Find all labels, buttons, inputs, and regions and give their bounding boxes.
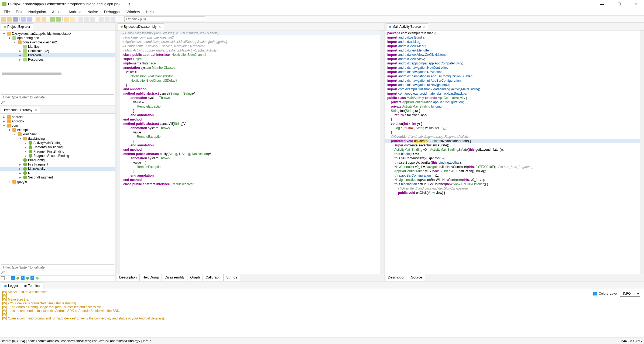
tree-xueshan2[interactable]: ▾xueshan2 <box>0 132 115 136</box>
disasm-bottom-tabs: Description Hex Dump Disassembly Graph C… <box>117 274 384 281</box>
opt-dot-1 <box>16 277 19 280</box>
tb-debug-icon[interactable] <box>56 17 61 22</box>
btab-desc[interactable]: Description <box>117 274 140 281</box>
tab-terminal[interactable]: ▣Terminal <box>21 283 43 289</box>
opt-cb-1[interactable] <box>1 276 5 280</box>
hscroll-thumb[interactable] <box>2 73 61 75</box>
colors-checkbox[interactable]: ✓ <box>593 292 597 295</box>
bytecode-hierarchy-pane: Bytecode/Hierarchy ✕ ▸android ▸androidx … <box>0 105 115 281</box>
tb-play-icon[interactable] <box>50 17 55 22</box>
source-view[interactable]: package com.example.xueshan2;import andr… <box>385 30 640 274</box>
tree-android[interactable]: ▸android <box>0 115 115 119</box>
tree-buildconfig[interactable]: BuildConfig <box>0 158 115 162</box>
close-icon[interactable]: ✕ <box>35 108 37 112</box>
close-icon[interactable]: ✕ <box>159 25 161 29</box>
menu-window[interactable]: Window <box>124 9 143 15</box>
tree-cert[interactable]: ▸Certificate (v2) <box>0 49 115 53</box>
menu-edit[interactable]: Edit <box>13 9 25 15</box>
menu-file[interactable]: File <box>1 9 13 15</box>
btab-graph[interactable]: Graph <box>187 274 203 281</box>
tab-logger[interactable]: ▣Logger <box>1 283 21 289</box>
hierarchy-filter-input[interactable] <box>1 264 114 270</box>
tree-databinding[interactable]: ▾databinding <box>0 136 115 141</box>
level-select[interactable]: INFO <box>620 291 640 297</box>
logger-body[interactable]: [W] No Android device detected![W][W] Ma… <box>0 289 644 338</box>
tree-amb[interactable]: ▸ActivityMainBinding <box>0 141 115 145</box>
tree-root[interactable]: ▾D:\sky\xueshan2\app\build\intermediates… <box>0 32 115 36</box>
menu-action[interactable]: Action <box>49 9 65 15</box>
tree-r[interactable]: ▸R <box>0 171 115 175</box>
tab-source[interactable]: MainActivity/Source ✕ <box>386 23 428 30</box>
menu-native[interactable]: Native <box>85 9 101 15</box>
tree-manifest[interactable]: Manifest <box>0 44 115 49</box>
opt-cb-2[interactable] <box>11 276 15 280</box>
tb-nav2-icon[interactable] <box>42 17 46 22</box>
tree-mainactivity[interactable]: ▸MainActivity <box>0 167 115 171</box>
src-bottom-tabs: Description Source <box>385 274 644 281</box>
tree-firstfrag[interactable]: ▸FirstFragment <box>0 162 115 167</box>
btab-str[interactable]: Strings <box>224 274 240 281</box>
tab-bytecode-hierarchy[interactable]: Bytecode/Hierarchy ✕ <box>1 107 40 113</box>
tb-new-icon[interactable] <box>1 17 6 22</box>
tb-x2-icon[interactable] <box>84 17 89 22</box>
opt-cb-4[interactable] <box>30 276 34 280</box>
main-area: Project Explorer ▾D:\sky\xueshan2\app\bu… <box>0 23 644 281</box>
btab-desc[interactable]: Description <box>385 274 408 281</box>
explorer-filter-input[interactable] <box>1 94 114 100</box>
tb-note-icon[interactable] <box>70 17 75 22</box>
hierarchy-options: ⋯ <box>0 275 115 281</box>
tb-open-icon[interactable] <box>7 17 12 22</box>
tab-disassembly[interactable]: Bytecode/Disassembly ✕ <box>118 23 164 30</box>
vscroll[interactable] <box>380 30 384 274</box>
btab-hex[interactable]: Hex Dump <box>140 274 162 281</box>
hierarchy-tree[interactable]: ▸android ▸androidx ▾com ▾example ▾xuesha… <box>0 114 115 263</box>
tree-androidx[interactable]: ▸androidx <box>0 119 115 123</box>
toolbar <box>0 16 644 23</box>
maximize-button[interactable]: ☐ <box>614 1 625 7</box>
tb-x1-icon[interactable] <box>78 17 83 22</box>
menu-debugger[interactable]: Debugger <box>101 9 124 15</box>
project-explorer-tree[interactable]: ▾D:\sky\xueshan2\app\build\intermediates… <box>0 30 115 93</box>
tb-nav-icon[interactable] <box>36 17 40 22</box>
tb-fwd-icon[interactable] <box>27 17 32 22</box>
tree-apk[interactable]: ▾app-debug.apk <box>0 36 115 40</box>
vscroll[interactable] <box>640 30 644 274</box>
tb-x4-icon[interactable] <box>99 17 104 22</box>
tab-label: MainActivity/Source <box>392 25 421 29</box>
btab-cg[interactable]: Callgraph <box>203 274 224 281</box>
menu-navigation[interactable]: Navigation <box>26 9 49 15</box>
minimize-button[interactable]: — <box>597 1 607 7</box>
menu-android[interactable]: Android <box>66 9 84 15</box>
tb-edit-icon[interactable] <box>64 17 69 22</box>
status-left: coord: (0,30,24) | addr: Lcom/example/xu… <box>2 339 151 343</box>
colors-label: Colors <box>599 292 608 295</box>
tree-pkg[interactable]: ▾com.example.xueshan2 <box>0 40 115 44</box>
tree-google[interactable]: ▸google <box>0 180 115 184</box>
tree-com[interactable]: ▾com <box>0 123 115 128</box>
tab-project-explorer[interactable]: Project Explorer <box>1 23 33 30</box>
tree-ffb[interactable]: ▸FragmentFirstBinding <box>0 149 115 154</box>
statusbar: coord: (0,30,24) | addr: Lcom/example/xu… <box>0 338 644 344</box>
menu-help[interactable]: Help <box>143 9 156 15</box>
btab-dis[interactable]: Disassembly <box>162 274 187 281</box>
tb-x3-icon[interactable] <box>90 17 95 22</box>
tb-save-icon[interactable] <box>13 17 18 22</box>
tab-icon <box>4 26 6 28</box>
status-right: 544.3M / 3.5G <box>621 339 642 343</box>
tree-secondfrag[interactable]: ▸SecondFragment <box>0 175 115 180</box>
tb-back-icon[interactable] <box>21 17 26 22</box>
close-button[interactable]: ✕ <box>631 1 642 7</box>
tb-x6-icon[interactable] <box>111 17 115 22</box>
tb-x5-icon[interactable] <box>105 17 109 22</box>
window-titlebar: D:\sky\xueshan2\app\build\intermediates\… <box>0 0 644 8</box>
disassembly-view[interactable]: # Dalvik Disassembly (3295 classes, 2592… <box>120 30 380 274</box>
btab-src[interactable]: Source <box>408 274 425 281</box>
tree-bytecode[interactable]: ▸Bytecode <box>0 53 115 57</box>
tree-fsb[interactable]: ▸FragmentSecondBinding <box>0 154 115 158</box>
tree-resources[interactable]: ▸Resources <box>0 57 115 62</box>
opt-cb-3[interactable] <box>21 276 25 280</box>
tree-example[interactable]: ▾example <box>0 128 115 132</box>
omnibox-input[interactable] <box>124 16 205 22</box>
tree-cmb[interactable]: ▸ContentMainBinding <box>0 145 115 149</box>
close-icon[interactable]: ✕ <box>423 25 425 29</box>
